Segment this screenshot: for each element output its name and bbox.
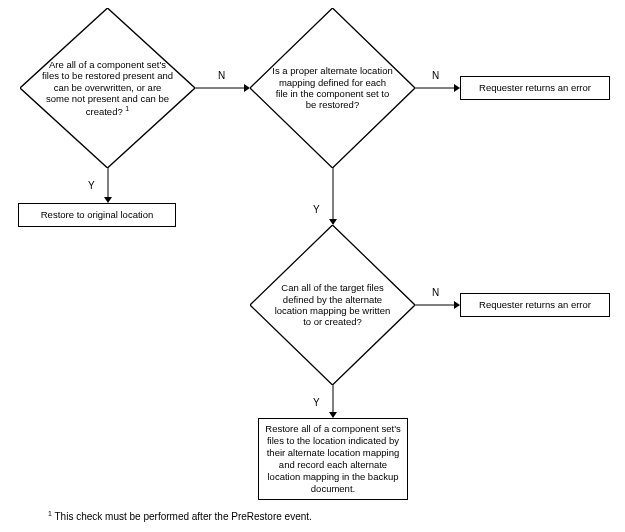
box-restore-alt: Restore all of a component set's files t… xyxy=(258,418,408,500)
decision-can-write: Can all of the target files defined by t… xyxy=(250,225,415,385)
box-error-top-text: Requester returns an error xyxy=(479,82,591,94)
arrow-d1-box xyxy=(103,168,113,203)
label-d3-n: N xyxy=(432,287,439,298)
decision-can-write-text: Can all of the target files defined by t… xyxy=(250,282,415,328)
label-d2-n: N xyxy=(432,70,439,81)
svg-marker-12 xyxy=(454,301,460,309)
svg-marker-10 xyxy=(329,219,337,225)
footnote-text: This check must be performed after the P… xyxy=(52,511,312,522)
arrow-d1-d2 xyxy=(195,84,250,94)
decision-alt-mapping: Is a proper alternate location mapping d… xyxy=(250,8,415,168)
decision-alt-mapping-text: Is a proper alternate location mapping d… xyxy=(250,65,415,111)
box-error-bottom: Requester returns an error xyxy=(460,293,610,317)
flowchart-canvas: Are all of a component set's files to be… xyxy=(0,0,625,532)
label-d1-y: Y xyxy=(88,180,95,191)
arrow-d3-box xyxy=(328,385,338,418)
decision-files-present-sup: 1 xyxy=(125,105,129,112)
box-error-top: Requester returns an error xyxy=(460,76,610,100)
decision-files-present: Are all of a component set's files to be… xyxy=(20,8,195,168)
box-error-bottom-text: Requester returns an error xyxy=(479,299,591,311)
decision-files-present-text: Are all of a component set's files to be… xyxy=(42,59,173,117)
box-restore-original: Restore to original location xyxy=(18,203,176,227)
box-restore-alt-text: Restore all of a component set's files t… xyxy=(265,423,401,494)
arrow-d3-err xyxy=(415,301,460,311)
arrow-d2-d3 xyxy=(328,168,338,225)
label-d2-y: Y xyxy=(313,204,320,215)
box-restore-original-text: Restore to original location xyxy=(41,209,153,221)
svg-marker-8 xyxy=(454,84,460,92)
svg-marker-14 xyxy=(329,412,337,418)
arrow-d2-err xyxy=(415,84,460,94)
footnote: 1 This check must be performed after the… xyxy=(48,510,312,522)
svg-marker-6 xyxy=(104,197,112,203)
label-d1-n: N xyxy=(218,70,225,81)
label-d3-y: Y xyxy=(313,397,320,408)
